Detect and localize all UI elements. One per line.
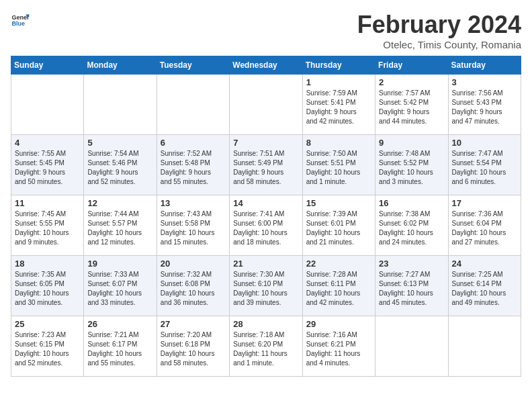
day-number: 18 xyxy=(15,259,80,269)
calendar-cell xyxy=(230,75,302,135)
week-row-4: 25Sunrise: 7:23 AM Sunset: 6:15 PM Dayli… xyxy=(11,316,521,377)
calendar-cell: 8Sunrise: 7:50 AM Sunset: 5:51 PM Daylig… xyxy=(302,135,375,195)
calendar-cell xyxy=(375,316,448,377)
day-number: 26 xyxy=(87,319,152,329)
calendar-cell: 26Sunrise: 7:21 AM Sunset: 6:17 PM Dayli… xyxy=(84,316,157,377)
calendar-header: Sunday Monday Tuesday Wednesday Thursday… xyxy=(11,56,521,75)
calendar-cell: 7Sunrise: 7:51 AM Sunset: 5:49 PM Daylig… xyxy=(230,135,302,195)
calendar-cell: 15Sunrise: 7:39 AM Sunset: 6:01 PM Dayli… xyxy=(302,195,375,256)
calendar-cell: 5Sunrise: 7:54 AM Sunset: 5:46 PM Daylig… xyxy=(84,135,157,195)
week-row-1: 4Sunrise: 7:55 AM Sunset: 5:45 PM Daylig… xyxy=(11,135,521,195)
day-info: Sunrise: 7:50 AM Sunset: 5:51 PM Dayligh… xyxy=(306,149,371,187)
day-info: Sunrise: 7:38 AM Sunset: 6:02 PM Dayligh… xyxy=(379,210,444,247)
day-number: 13 xyxy=(161,198,226,208)
calendar-cell: 1Sunrise: 7:59 AM Sunset: 5:41 PM Daylig… xyxy=(302,75,375,135)
day-number: 1 xyxy=(306,77,371,87)
calendar-cell: 2Sunrise: 7:57 AM Sunset: 5:42 PM Daylig… xyxy=(375,75,448,135)
calendar-cell: 14Sunrise: 7:41 AM Sunset: 6:00 PM Dayli… xyxy=(230,195,302,256)
day-info: Sunrise: 7:23 AM Sunset: 6:15 PM Dayligh… xyxy=(15,330,80,368)
day-info: Sunrise: 7:45 AM Sunset: 5:55 PM Dayligh… xyxy=(15,210,80,247)
day-number: 29 xyxy=(306,319,371,329)
day-number: 5 xyxy=(87,138,152,148)
main-title: February 2024 xyxy=(357,11,521,39)
calendar-cell xyxy=(11,75,84,135)
day-info: Sunrise: 7:36 AM Sunset: 6:04 PM Dayligh… xyxy=(452,210,517,247)
day-info: Sunrise: 7:59 AM Sunset: 5:41 PM Dayligh… xyxy=(306,89,371,126)
header-row: Sunday Monday Tuesday Wednesday Thursday… xyxy=(11,56,521,75)
day-info: Sunrise: 7:55 AM Sunset: 5:45 PM Dayligh… xyxy=(15,149,80,187)
day-info: Sunrise: 7:21 AM Sunset: 6:17 PM Dayligh… xyxy=(87,330,152,368)
calendar-cell: 11Sunrise: 7:45 AM Sunset: 5:55 PM Dayli… xyxy=(11,195,84,256)
day-info: Sunrise: 7:30 AM Sunset: 6:10 PM Dayligh… xyxy=(233,270,298,308)
logo-icon: General Blue xyxy=(11,11,30,30)
day-number: 3 xyxy=(452,77,517,87)
day-info: Sunrise: 7:35 AM Sunset: 6:05 PM Dayligh… xyxy=(15,270,80,308)
day-number: 12 xyxy=(87,198,152,208)
calendar-table: Sunday Monday Tuesday Wednesday Thursday… xyxy=(11,56,521,377)
day-info: Sunrise: 7:20 AM Sunset: 6:18 PM Dayligh… xyxy=(161,330,226,368)
calendar-cell: 25Sunrise: 7:23 AM Sunset: 6:15 PM Dayli… xyxy=(11,316,84,377)
calendar-cell: 21Sunrise: 7:30 AM Sunset: 6:10 PM Dayli… xyxy=(230,256,302,316)
day-info: Sunrise: 7:54 AM Sunset: 5:46 PM Dayligh… xyxy=(87,149,152,187)
day-number: 2 xyxy=(379,77,444,87)
day-number: 28 xyxy=(233,319,298,329)
calendar-cell xyxy=(157,75,229,135)
day-number: 27 xyxy=(161,319,226,329)
day-info: Sunrise: 7:27 AM Sunset: 6:13 PM Dayligh… xyxy=(379,270,444,308)
day-number: 16 xyxy=(379,198,444,208)
day-number: 10 xyxy=(452,138,517,148)
calendar-cell: 22Sunrise: 7:28 AM Sunset: 6:11 PM Dayli… xyxy=(302,256,375,316)
col-monday: Monday xyxy=(84,56,157,75)
calendar-cell: 4Sunrise: 7:55 AM Sunset: 5:45 PM Daylig… xyxy=(11,135,84,195)
calendar-cell: 20Sunrise: 7:32 AM Sunset: 6:08 PM Dayli… xyxy=(157,256,229,316)
day-number: 7 xyxy=(233,138,298,148)
day-info: Sunrise: 7:18 AM Sunset: 6:20 PM Dayligh… xyxy=(233,330,298,368)
col-thursday: Thursday xyxy=(302,56,375,75)
calendar-cell: 19Sunrise: 7:33 AM Sunset: 6:07 PM Dayli… xyxy=(84,256,157,316)
calendar-cell: 29Sunrise: 7:16 AM Sunset: 6:21 PM Dayli… xyxy=(302,316,375,377)
calendar-cell xyxy=(448,316,521,377)
col-wednesday: Wednesday xyxy=(230,56,302,75)
day-info: Sunrise: 7:25 AM Sunset: 6:14 PM Dayligh… xyxy=(452,270,517,308)
col-friday: Friday xyxy=(375,56,448,75)
day-number: 4 xyxy=(15,138,80,148)
calendar-cell: 23Sunrise: 7:27 AM Sunset: 6:13 PM Dayli… xyxy=(375,256,448,316)
day-number: 9 xyxy=(379,138,444,148)
day-info: Sunrise: 7:47 AM Sunset: 5:54 PM Dayligh… xyxy=(452,149,517,187)
day-number: 25 xyxy=(15,319,80,329)
title-area: February 2024 Otelec, Timis County, Roma… xyxy=(357,11,521,50)
logo: General Blue xyxy=(11,11,30,30)
header: General Blue February 2024 Otelec, Timis… xyxy=(11,11,521,50)
day-number: 19 xyxy=(87,259,152,269)
calendar-cell: 12Sunrise: 7:44 AM Sunset: 5:57 PM Dayli… xyxy=(84,195,157,256)
day-info: Sunrise: 7:33 AM Sunset: 6:07 PM Dayligh… xyxy=(87,270,152,308)
calendar-cell xyxy=(84,75,157,135)
day-number: 17 xyxy=(452,198,517,208)
day-number: 24 xyxy=(452,259,517,269)
calendar-cell: 17Sunrise: 7:36 AM Sunset: 6:04 PM Dayli… xyxy=(448,195,521,256)
col-saturday: Saturday xyxy=(448,56,521,75)
calendar-cell: 9Sunrise: 7:48 AM Sunset: 5:52 PM Daylig… xyxy=(375,135,448,195)
calendar-cell: 10Sunrise: 7:47 AM Sunset: 5:54 PM Dayli… xyxy=(448,135,521,195)
subtitle: Otelec, Timis County, Romania xyxy=(357,39,521,50)
day-number: 6 xyxy=(161,138,226,148)
day-number: 20 xyxy=(161,259,226,269)
day-number: 22 xyxy=(306,259,371,269)
week-row-0: 1Sunrise: 7:59 AM Sunset: 5:41 PM Daylig… xyxy=(11,75,521,135)
week-row-3: 18Sunrise: 7:35 AM Sunset: 6:05 PM Dayli… xyxy=(11,256,521,316)
week-row-2: 11Sunrise: 7:45 AM Sunset: 5:55 PM Dayli… xyxy=(11,195,521,256)
calendar-cell: 24Sunrise: 7:25 AM Sunset: 6:14 PM Dayli… xyxy=(448,256,521,316)
day-info: Sunrise: 7:28 AM Sunset: 6:11 PM Dayligh… xyxy=(306,270,371,308)
calendar-cell: 16Sunrise: 7:38 AM Sunset: 6:02 PM Dayli… xyxy=(375,195,448,256)
day-info: Sunrise: 7:43 AM Sunset: 5:58 PM Dayligh… xyxy=(161,210,226,247)
calendar-cell: 27Sunrise: 7:20 AM Sunset: 6:18 PM Dayli… xyxy=(157,316,229,377)
day-number: 11 xyxy=(15,198,80,208)
day-info: Sunrise: 7:41 AM Sunset: 6:00 PM Dayligh… xyxy=(233,210,298,247)
col-tuesday: Tuesday xyxy=(157,56,229,75)
calendar-cell: 28Sunrise: 7:18 AM Sunset: 6:20 PM Dayli… xyxy=(230,316,302,377)
day-info: Sunrise: 7:44 AM Sunset: 5:57 PM Dayligh… xyxy=(87,210,152,247)
day-info: Sunrise: 7:52 AM Sunset: 5:48 PM Dayligh… xyxy=(161,149,226,187)
day-number: 21 xyxy=(233,259,298,269)
svg-text:Blue: Blue xyxy=(11,20,25,27)
calendar-cell: 6Sunrise: 7:52 AM Sunset: 5:48 PM Daylig… xyxy=(157,135,229,195)
